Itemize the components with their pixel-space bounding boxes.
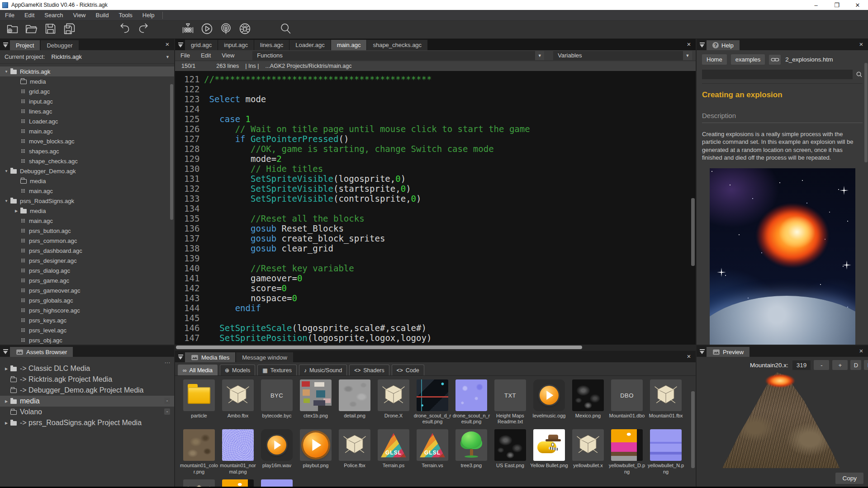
media-item-mountain01-dbo[interactable]: DBOMountain01.dbo (607, 379, 646, 425)
editor-tab-grid-agc[interactable]: grid.agc (185, 40, 218, 50)
help-nav-home[interactable]: Home (702, 54, 727, 65)
assets-tree-item[interactable]: ▶media- (0, 396, 174, 407)
media-thumbnail[interactable]: BYC (261, 379, 293, 411)
project-tree-item[interactable]: shapes.agc (0, 146, 174, 156)
tab-media-files[interactable]: Media files (185, 352, 235, 362)
editor-menu-file[interactable]: File (175, 52, 195, 59)
chevron-right-icon[interactable]: ▶ (14, 209, 19, 213)
media-thumbnail[interactable] (572, 429, 604, 461)
editor-tab-input-agc[interactable]: input.agc (218, 40, 254, 50)
help-search-input[interactable] (702, 70, 853, 79)
chevron-down-icon[interactable]: ▼ (4, 199, 9, 203)
assets-tree-item[interactable]: Volano- (0, 407, 174, 417)
project-tree-item[interactable]: main.agc (0, 216, 174, 226)
media-item-tree3-png[interactable]: tree3.png (452, 429, 491, 474)
media-item-ctex1b-png[interactable]: ctex1b.png (296, 379, 335, 425)
media-thumbnail[interactable] (611, 429, 643, 461)
project-tree-item[interactable]: media (0, 76, 174, 86)
tab-project[interactable]: Project (10, 40, 40, 50)
project-panel-close-icon[interactable] (164, 41, 171, 48)
media-item-height-maps-readme-txt[interactable]: TXTHeight Maps Readme.txt (491, 379, 530, 425)
normal-toggle-button[interactable]: N (864, 360, 868, 370)
media-thumbnail[interactable] (300, 429, 332, 461)
close-button[interactable]: ✕ (847, 0, 868, 10)
project-tree-item[interactable]: psrs_keys.agc (0, 315, 174, 325)
editor-tab-loader-agc[interactable]: Loader.agc (289, 40, 331, 50)
project-tree-item[interactable]: psrs_obj.agc (0, 335, 174, 345)
media-thumbnail[interactable] (650, 429, 682, 461)
media-item-ambo-fbx[interactable]: Ambo.fbx (218, 379, 257, 425)
diffuse-toggle-button[interactable]: D (850, 360, 861, 370)
project-tree-scrollbar[interactable] (170, 84, 173, 220)
project-tree-item[interactable]: grid.agc (0, 86, 174, 96)
media-thumbnail[interactable] (222, 379, 254, 411)
assets-tree-item[interactable]: ▶-> Classic DLC Media (0, 363, 174, 374)
menu-item-search[interactable]: Search (39, 10, 68, 20)
menu-item-edit[interactable]: Edit (19, 10, 39, 20)
media-thumbnail[interactable] (455, 379, 487, 411)
media-thumbnail[interactable] (533, 379, 565, 411)
media-item-yellowbullet-n-png[interactable]: yellowbullet_N.png (646, 429, 685, 474)
media-item-mountain01-normal-png[interactable]: mountain01_normal.png (218, 429, 257, 474)
save-button[interactable] (41, 22, 60, 38)
project-tree-item[interactable]: lines.agc (0, 106, 174, 116)
project-tree-item[interactable]: psrs_globals.agc (0, 295, 174, 305)
media-item-playbut-png[interactable]: playbut.png (296, 429, 335, 474)
editor-tab-main-agc[interactable]: main.agc (331, 40, 367, 50)
media-item-drone-scout-d-result-png[interactable]: drone_scout_d_result.png (413, 379, 452, 425)
media-item-detail-png[interactable]: detail.png (335, 379, 374, 425)
media-item-yellowbullet-d-png[interactable]: yellowbullet_D.png (607, 429, 646, 474)
run-button[interactable] (197, 22, 216, 38)
project-tree-item[interactable]: ▼psrs_RoadSigns.agk (0, 196, 174, 206)
media-scrollbar[interactable] (691, 391, 695, 468)
panel-menu-icon[interactable] (699, 349, 706, 355)
project-tree-item[interactable]: main.agc (0, 126, 174, 136)
tab-help[interactable]: ? Help (707, 40, 740, 50)
project-tree-item[interactable]: psrs_designer.agc (0, 256, 174, 265)
filter-music-sound[interactable]: ♪Music/Sound (299, 365, 347, 375)
panel-menu-icon[interactable] (3, 43, 9, 48)
panel-menu-icon[interactable] (178, 43, 184, 48)
media-item-mountain01-color-png[interactable]: mountain01_color.png (180, 429, 218, 474)
media-item-yellowbullet-x[interactable]: yellowbullet.x (569, 429, 607, 474)
current-project-dropdown[interactable]: Ricktris.agk ▼ (52, 53, 171, 60)
project-tree-item[interactable]: psrs_dashboard.agc (0, 246, 174, 256)
tab-preview[interactable]: Preview (707, 347, 749, 357)
project-tree-item[interactable]: main.agc (0, 186, 174, 196)
assets-tree-item[interactable]: -> Debugger_Demo.agk Project Media (0, 385, 174, 396)
media-item-levelmusic-ogg[interactable]: levelmusic.ogg (530, 379, 569, 425)
media-thumbnail[interactable] (300, 379, 332, 411)
media-thumbnail[interactable] (533, 429, 565, 461)
editor-menu-edit[interactable]: Edit (195, 52, 216, 59)
project-tree-item[interactable]: shape_checks.agc (0, 156, 174, 166)
media-item-police-fbx[interactable]: Police.fbx (335, 429, 374, 474)
media-thumbnail[interactable] (494, 429, 526, 461)
media-item-terrain-ps[interactable]: GLSLTerrain.ps (374, 429, 413, 474)
media-panel-close-icon[interactable] (685, 353, 693, 360)
media-thumbnail[interactable]: GLSL (417, 429, 448, 461)
chevron-right-icon[interactable]: ▶ (4, 399, 9, 403)
media-item-bytecode-byc[interactable]: BYCbytecode.byc (257, 379, 296, 425)
debug-button[interactable] (235, 22, 254, 38)
project-tree-item[interactable]: psrs_button.agc (0, 226, 174, 236)
media-thumbnail[interactable] (417, 379, 448, 411)
menu-item-file[interactable]: File (0, 10, 19, 20)
new-project-button[interactable] (3, 22, 22, 38)
project-tree-item[interactable]: move_blocks.agc (0, 136, 174, 146)
media-item-terrain-vs[interactable]: GLSLTerrain.vs (413, 429, 452, 474)
media-item-play16m-wav[interactable]: play16m.wav (257, 429, 296, 474)
chevron-down-icon[interactable]: ▼ (4, 169, 9, 173)
compile-button[interactable] (178, 22, 197, 38)
assets-tree-item[interactable]: -> Ricktris.agk Project Media (0, 374, 174, 385)
menu-item-build[interactable]: Build (91, 10, 114, 20)
media-thumbnail[interactable]: DBO (611, 379, 643, 411)
tab-message-window[interactable]: Message window (236, 352, 293, 362)
open-project-button[interactable] (22, 22, 41, 38)
panel-menu-icon[interactable] (178, 355, 184, 360)
media-item-drone-scout-n-result-png[interactable]: drone_scout_n_result.png (452, 379, 491, 425)
media-item-drone-x[interactable]: Drone.X (374, 379, 413, 425)
frame-decrement-button[interactable]: - (814, 360, 829, 370)
functions-dropdown[interactable]: Functions ▼ (252, 51, 544, 60)
copy-button[interactable]: Copy (835, 473, 863, 484)
assets-tree-item[interactable]: ▶-> psrs_RoadSigns.agk Project Media (0, 417, 174, 428)
